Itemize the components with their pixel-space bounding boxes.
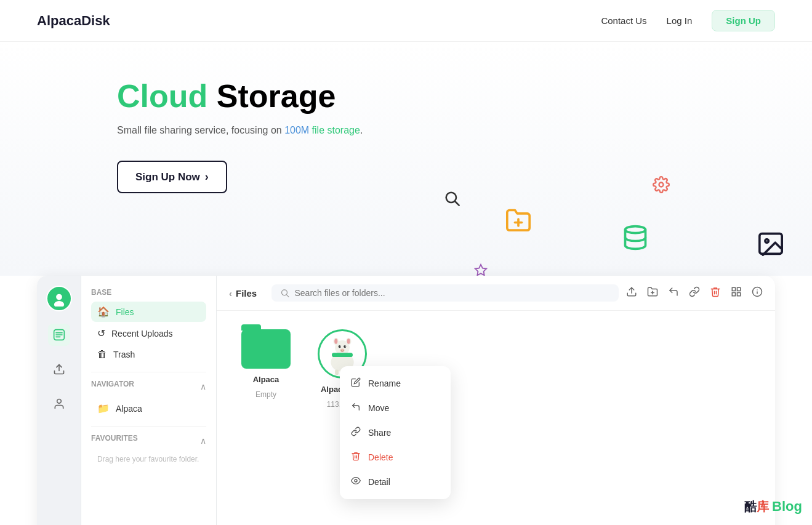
toolbar-actions <box>626 286 763 300</box>
hero-title: Cloud Storage <box>117 79 775 114</box>
svg-rect-6 <box>760 234 782 254</box>
favourites-chevron[interactable]: ∧ <box>200 436 206 446</box>
navigator-title: Navigator <box>91 380 134 388</box>
files-main: ‹ Files <box>217 276 775 525</box>
hero-subtitle: Small file sharing service, focusing on … <box>117 125 425 136</box>
gear-icon <box>653 176 670 198</box>
recent-uploads-nav-item[interactable]: ↺ Recent Uploads <box>91 323 206 343</box>
svg-point-22 <box>57 399 61 404</box>
signup-button[interactable]: Sign Up <box>712 10 775 31</box>
ctx-move[interactable]: Move <box>340 396 451 420</box>
svg-point-42 <box>344 345 346 348</box>
hero-section: Cloud Storage Small file sharing service… <box>0 42 812 276</box>
add-folder-icon <box>505 207 532 237</box>
back-button[interactable]: ‹ <box>229 288 232 299</box>
undo-btn[interactable] <box>668 286 679 300</box>
svg-point-40 <box>347 339 350 344</box>
sidebar-icon-drive[interactable] <box>48 324 70 346</box>
svg-point-44 <box>345 345 346 347</box>
ctx-detail-label: Detail <box>368 477 390 487</box>
svg-point-39 <box>334 339 337 344</box>
svg-rect-29 <box>738 287 741 291</box>
upload-btn[interactable] <box>626 286 637 300</box>
svg-line-24 <box>287 295 289 297</box>
file-manager: Base 🏠 Files ↺ Recent Uploads 🗑 Trash Na… <box>37 276 775 525</box>
svg-point-50 <box>355 479 357 482</box>
ctx-detail[interactable]: Detail <box>340 470 451 494</box>
icon-sidebar <box>37 276 81 525</box>
svg-rect-47 <box>335 370 339 375</box>
svg-rect-31 <box>738 292 741 295</box>
signup-now-button[interactable]: Sign Up Now › <box>117 161 227 193</box>
avatar <box>46 286 72 311</box>
files-nav-item[interactable]: 🏠 Files <box>91 302 206 322</box>
folder-meta: Empty <box>255 390 276 399</box>
sidebar-divider2 <box>91 426 206 427</box>
trash-nav-item[interactable]: 🗑 Trash <box>91 345 206 364</box>
sidebar-icon-user[interactable] <box>48 393 70 415</box>
svg-point-4 <box>659 183 664 187</box>
new-folder-btn[interactable] <box>647 286 658 300</box>
search-input-icon <box>280 288 289 298</box>
svg-rect-46 <box>332 353 353 357</box>
favourites-section: Favourites ∧ <box>91 434 206 447</box>
context-menu: Rename Move <box>340 366 451 499</box>
rename-icon <box>351 377 361 390</box>
ctx-rename[interactable]: Rename <box>340 371 451 396</box>
hero-title-cloud: Cloud <box>117 78 207 114</box>
breadcrumb: ‹ Files <box>229 288 257 299</box>
search-input[interactable] <box>294 288 610 298</box>
ctx-share-label: Share <box>368 428 391 438</box>
link-btn[interactable] <box>689 286 700 300</box>
watermark-blog: Blog <box>772 499 802 514</box>
ctx-share[interactable]: Share <box>340 420 451 445</box>
move-icon <box>351 402 361 414</box>
alpaca-folder-nav-item[interactable]: 📁 Alpaca <box>91 398 206 419</box>
breadcrumb-current: Files <box>236 288 257 299</box>
nav-right: Contact Us Log In Sign Up <box>601 10 775 31</box>
svg-rect-28 <box>732 287 735 291</box>
logo: AlpacaDisk <box>37 13 110 29</box>
file-manager-wrapper: Base 🏠 Files ↺ Recent Uploads 🗑 Trash Na… <box>37 276 775 525</box>
share-icon <box>351 427 361 439</box>
sidebar-icon-upload[interactable] <box>48 358 70 380</box>
base-section-title: Base <box>91 288 206 297</box>
info-btn[interactable] <box>752 286 763 300</box>
watermark: 酷库 Blog <box>744 499 802 515</box>
star-icon <box>474 263 488 276</box>
files-nav-icon: 🏠 <box>97 306 110 318</box>
favourites-title: Favourites <box>91 434 138 443</box>
ctx-delete[interactable]: Delete <box>340 445 451 470</box>
delete-ctx-icon <box>351 451 361 463</box>
nav-sidebar: Base 🏠 Files ↺ Recent Uploads 🗑 Trash Na… <box>81 276 217 525</box>
login-button[interactable]: Log In <box>667 15 693 26</box>
ctx-delete-label: Delete <box>368 452 393 462</box>
folder-name: Alpaca <box>253 375 279 384</box>
svg-rect-30 <box>732 292 735 295</box>
watermark-u: 库 <box>757 500 769 513</box>
navigator-chevron[interactable]: ∧ <box>200 382 206 391</box>
watermark-k: 酷 <box>744 500 757 513</box>
drag-hint: Drag here your favourite folder. <box>91 452 206 466</box>
svg-line-1 <box>455 201 459 205</box>
sidebar-divider <box>91 372 206 372</box>
svg-marker-8 <box>475 265 486 275</box>
navigator-section: Navigator ∧ <box>91 380 206 393</box>
svg-point-43 <box>340 345 341 347</box>
svg-point-7 <box>765 239 768 242</box>
image-icon <box>757 231 784 262</box>
delete-btn[interactable] <box>710 286 721 300</box>
detail-icon <box>351 476 361 488</box>
search-bar[interactable] <box>271 284 619 302</box>
trash-icon: 🗑 <box>97 349 107 360</box>
ctx-move-label: Move <box>368 403 389 413</box>
folder-icon <box>241 329 291 369</box>
svg-point-18 <box>56 294 62 300</box>
svg-point-5 <box>625 226 646 233</box>
view-btn[interactable] <box>731 286 742 300</box>
header: AlpacaDisk Contact Us Log In Sign Up <box>0 0 812 42</box>
folder-nav-icon: 📁 <box>97 403 110 414</box>
arrow-icon: › <box>205 170 209 183</box>
contact-us-link[interactable]: Contact Us <box>601 15 646 26</box>
folder-item-alpaca[interactable]: Alpaca Empty <box>235 329 297 399</box>
